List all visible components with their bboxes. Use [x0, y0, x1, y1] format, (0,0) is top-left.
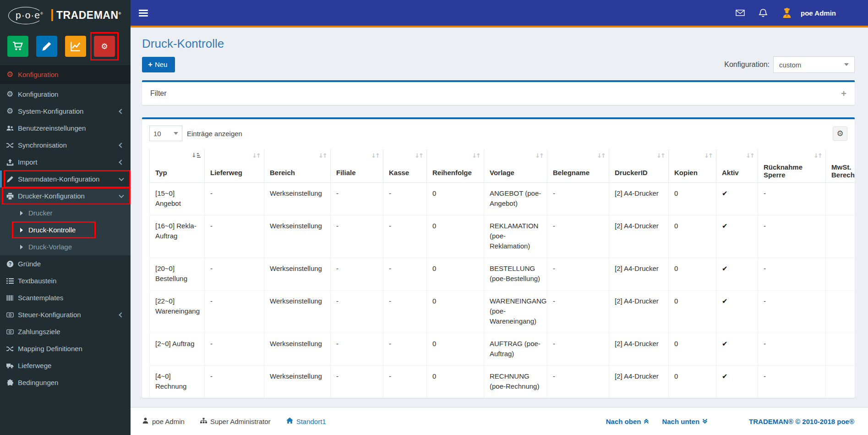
sidebar-item-import[interactable]: Import [0, 154, 131, 171]
logo-title: TRADEMAN® [56, 9, 121, 22]
sidebar-item-synchronisation[interactable]: Synchronisation [0, 137, 131, 154]
caret-right-icon [20, 211, 28, 215]
table-cell: 0 [669, 290, 716, 333]
puzzle-icon [6, 379, 18, 386]
column-header-typ[interactable]: ↓Typ [150, 149, 205, 182]
column-header-reihenfolge[interactable]: ↓↑Reihenfolge [427, 149, 484, 182]
column-header-filiale[interactable]: ↓↑Filiale [331, 149, 383, 182]
table-cell: [16~0] Rekla-Auftrag [150, 215, 205, 258]
table-cell: 0 [427, 258, 484, 290]
table-cell: 0 [427, 365, 484, 398]
sidebar-menu: ⚙Konfiguration⚙Konfiguration⚙System-Konf… [0, 65, 131, 391]
chevron-left-icon [119, 109, 124, 114]
sidebar-item-label: Textbaustein [18, 277, 56, 285]
column-header-vorlage[interactable]: ↓↑Vorlage [484, 149, 547, 182]
table-cell: - [205, 182, 264, 215]
page-length-select[interactable]: 10 [149, 126, 182, 141]
angle-double-down-icon [702, 418, 708, 425]
messages-envelope-icon[interactable] [736, 8, 745, 17]
table-cell [826, 215, 855, 258]
sidebar-item-drucker-konfiguration[interactable]: Drucker-Konfiguration [0, 187, 131, 204]
hamburger-menu-icon[interactable] [139, 10, 148, 17]
column-header-bereich[interactable]: ↓↑Bereich [264, 149, 331, 182]
table-cell: - [383, 182, 427, 215]
app-logo[interactable]: p·o·e® TRADEMAN® [0, 0, 131, 30]
sidebar-item-label: Synchronisation [18, 141, 67, 149]
config-label: Konfiguration: [724, 61, 770, 69]
table-row: [4~0] Rechnung-Werkseinstellung--0RECHNU… [150, 365, 855, 398]
sidebar-item-label: Konfiguration [18, 71, 58, 78]
column-header-aktiv[interactable]: ↓↑Aktiv [716, 149, 758, 182]
filter-expand-plus-icon[interactable]: + [841, 90, 846, 97]
list-icon [6, 277, 18, 285]
table-cell: Werkseinstellung [264, 258, 331, 290]
quick-button-chart[interactable] [65, 36, 86, 57]
sidebar-item-system-konfiguration[interactable]: ⚙System-Konfiguration [0, 103, 131, 120]
sidebar-item-druck-vorlage[interactable]: Druck-Vorlage [0, 238, 131, 255]
sidebar-item-textbaustein[interactable]: Textbaustein [0, 272, 131, 289]
table-cell: Werkseinstellung [264, 215, 331, 258]
sidebar-item-drucker[interactable]: Drucker [0, 204, 131, 221]
column-label: MwSt. Berech [831, 163, 855, 179]
table-cell: - [547, 290, 609, 333]
table-cell: - [205, 290, 264, 333]
notifications-bell-icon[interactable] [759, 8, 768, 17]
table-cell: 0 [669, 258, 716, 290]
config-select[interactable]: custom [773, 56, 855, 73]
sidebar-item-gründe[interactable]: ?Gründe [0, 255, 131, 272]
table-cell: - [331, 365, 383, 398]
table-cell: - [383, 215, 427, 258]
scroll-bottom-link[interactable]: Nach unten [662, 418, 708, 425]
user-avatar-icon[interactable] [781, 7, 792, 18]
quick-button-cart[interactable] [7, 36, 28, 57]
sidebar-item-mapping-definitionen[interactable]: Mapping Definitionen [0, 340, 131, 357]
sidebar-item-lieferwege[interactable]: Lieferwege [0, 357, 131, 374]
sidebar-item-druck-kontrolle[interactable]: Druck-Kontrolle [0, 221, 131, 238]
column-header-kopien[interactable]: ↓↑Kopien [669, 149, 716, 182]
column-label: Typ [155, 169, 199, 179]
sidebar-item-benutzereinstellungen[interactable]: Benutzereinstellungen [0, 120, 131, 137]
sidebar-item-scantemplates[interactable]: Scantemplates [0, 289, 131, 306]
main-content: Druck-Kontrolle + Neu Konfiguration: cus… [131, 29, 868, 407]
column-header-kasse[interactable]: ↓↑Kasse [383, 149, 427, 182]
footer-location-link[interactable]: Standort1 [286, 417, 326, 425]
table-cell: - [547, 258, 609, 290]
sidebar-item-zahlungsziele[interactable]: Zahlungsziele [0, 323, 131, 340]
print-control-table: ↓Typ↓↑Lieferweg↓↑Bereich↓↑Filiale↓↑Kasse… [149, 149, 855, 398]
annotation-box: ⚙ [90, 32, 119, 61]
table-cell: - [547, 182, 609, 215]
column-label: Rücknahme Sperre [764, 163, 820, 179]
chevron-down-icon [119, 193, 124, 198]
topbar-username[interactable]: poe Admin [801, 9, 836, 17]
table-cell [826, 290, 855, 333]
table-cell: 0 [427, 182, 484, 215]
sidebar-item-steuer-konfiguration[interactable]: Steuer-Konfiguration [0, 306, 131, 323]
table-cell: - [758, 215, 826, 258]
table-cell: - [383, 290, 427, 333]
sidebar-item-label: Drucker-Konfiguration [18, 192, 85, 200]
table-settings-gear-button[interactable]: ⚙ [833, 127, 847, 141]
table-cell: [22~0] Wareneingang [150, 290, 205, 333]
sidebar-item-stammdaten-konfiguration[interactable]: Stammdaten-Konfiguration [0, 171, 131, 187]
table-cell-active: ✔ [716, 258, 758, 290]
table-cell: RECHNUNG (poe-Rechnung) [484, 365, 547, 398]
column-header-mwst-berech[interactable]: ↓↑MwSt. Berech [826, 149, 855, 182]
column-label: Kopien [674, 169, 710, 179]
column-header-belegname[interactable]: ↓↑Belegname [547, 149, 609, 182]
new-button[interactable]: + Neu [142, 57, 175, 72]
scroll-top-link[interactable]: Nach oben [606, 418, 650, 425]
chart-icon [71, 41, 81, 51]
table-cell: - [383, 365, 427, 398]
table-cell: - [383, 333, 427, 365]
column-header-lieferweg[interactable]: ↓↑Lieferweg [205, 149, 264, 182]
column-header-rücknahme-sperre[interactable]: ↓↑Rücknahme Sperre [758, 149, 826, 182]
sort-both-icon: ↓↑ [415, 152, 423, 159]
sidebar-item-konfiguration[interactable]: ⚙Konfiguration [0, 86, 131, 103]
sidebar-item-bedingungen[interactable]: Bedingungen [0, 374, 131, 391]
quick-button-pencil[interactable] [36, 36, 57, 57]
footer-user: poe Admin [142, 417, 185, 425]
column-header-druckerid[interactable]: ↓↑DruckerID [609, 149, 669, 182]
sort-amount-asc-icon: ↓ [191, 152, 201, 159]
table-cell: 0 [669, 333, 716, 365]
quick-button-gears[interactable]: ⚙ [94, 36, 115, 57]
